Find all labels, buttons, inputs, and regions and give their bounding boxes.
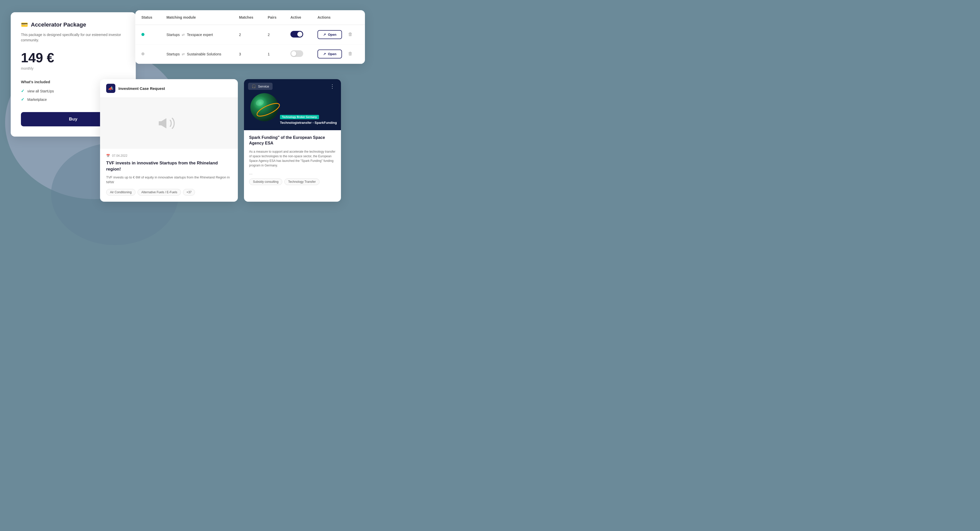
esa-overlay-title: Technologietransfer - SparkFunding [280, 121, 337, 125]
table-header: Status Matching module Matches Pairs Act… [135, 10, 365, 25]
col-matching-module: Matching module [160, 10, 233, 25]
row1-active[interactable] [284, 25, 311, 45]
open-button-row2[interactable]: ↗ Open [318, 49, 342, 59]
news-date: 📅 07.04.2022 [106, 154, 232, 158]
speaker-icon [158, 113, 180, 134]
calendar-icon: 📅 [106, 154, 110, 158]
toggle-knob-row2 [291, 51, 296, 56]
date-text: 07.04.2022 [112, 154, 127, 158]
news-card-right-content: Spark Funding" of the European Space Age… [244, 130, 341, 190]
news-card-image-area [100, 98, 238, 149]
price-display: 149 € [21, 50, 126, 65]
status-dot-inactive [142, 52, 145, 56]
col-actions: Actions [311, 10, 365, 25]
row1-matches: 2 [233, 25, 262, 45]
news-card-esa: 🎧 Service ⋮ [244, 79, 341, 202]
tag-air-conditioning[interactable]: Air Conditioning [106, 189, 135, 196]
module-to-row2: Sustainable Solutions [187, 52, 221, 56]
row2-matches: 3 [233, 45, 262, 64]
col-pairs: Pairs [262, 10, 284, 25]
module-to-row1: Texspace expert [187, 33, 213, 37]
tags-row-left: Air Conditioning Alternative Fuels / E-F… [106, 189, 232, 196]
row2-active[interactable] [284, 45, 311, 64]
table-body: Startups ⇄ Texspace expert 2 2 ↗ Open [135, 25, 365, 64]
esa-card-top-header: 🎧 Service ⋮ [244, 79, 341, 93]
news-body-left: TVF invests up to € 6M of equity in inno… [106, 175, 232, 185]
esa-ellipsis: ... [249, 171, 336, 175]
arrows-icon-row1: ⇄ [182, 33, 185, 37]
esa-news-body: As a measure to support and accelerate t… [249, 149, 336, 168]
matching-table: Status Matching module Matches Pairs Act… [135, 10, 365, 64]
status-dot-active [142, 33, 145, 36]
module-name-row2: Startups ⇄ Sustainable Solutions [166, 52, 227, 56]
module-from-row1: Startups [166, 33, 180, 37]
row1-module: Startups ⇄ Texspace expert [160, 25, 233, 45]
price-period: monthly [21, 66, 126, 70]
open-button-row1[interactable]: ↗ Open [318, 30, 342, 39]
matching-table-card: Status Matching module Matches Pairs Act… [135, 10, 365, 64]
news-title-left: TVF invests in innovative Startups from … [106, 160, 232, 172]
tag-technology-transfer[interactable]: Technology Transfer [284, 179, 320, 185]
row1-actions: ↗ Open 🗑 [311, 25, 365, 45]
card-subtitle: This package is designed specifically fo… [21, 32, 126, 43]
toggle-knob-row1 [298, 32, 302, 37]
megaphone-symbol: 📣 [108, 86, 113, 91]
esa-card-image-area: 🎧 Service ⋮ [244, 79, 341, 130]
row2-pairs: 1 [262, 45, 284, 64]
megaphone-icon: 📣 [106, 84, 115, 93]
row2-actions: ↗ Open 🗑 [311, 45, 365, 64]
open-icon-row1: ↗ [323, 33, 326, 37]
row1-status [135, 25, 160, 45]
news-section: 📣 Investment Case Request 📅 07.04.2022 T… [100, 79, 341, 202]
esa-news-title: Spark Funding" of the European Space Age… [249, 135, 336, 146]
news-card-header-left: 📣 Investment Case Request [100, 79, 238, 98]
module-from-row2: Startups [166, 52, 180, 56]
module-name-row1: Startups ⇄ Texspace expert [166, 33, 227, 37]
check-icon-startups: ✓ [21, 89, 24, 93]
delete-button-row2[interactable]: 🗑 [346, 50, 355, 57]
col-active: Active [284, 10, 311, 25]
row2-status [135, 45, 160, 64]
esa-broker-badge: Technology Broker Germany [280, 115, 319, 119]
table-row: Startups ⇄ Texspace expert 2 2 ↗ Open [135, 25, 365, 45]
col-matches: Matches [233, 10, 262, 25]
delete-button-row1[interactable]: 🗑 [346, 30, 355, 38]
row1-pairs: 2 [262, 25, 284, 45]
service-badge-text: Service [258, 85, 269, 88]
toggle-switch-row2[interactable] [290, 50, 303, 57]
more-options-button[interactable]: ⋮ [328, 82, 337, 90]
table-row: Startups ⇄ Sustainable Solutions 3 1 ↗ O… [135, 45, 365, 64]
esa-globe-svg [249, 92, 282, 125]
news-card-header-title-left: Investment Case Request [118, 86, 165, 91]
tag-count[interactable]: +37 [183, 189, 195, 196]
arrows-icon-row2: ⇄ [182, 52, 185, 56]
row2-module: Startups ⇄ Sustainable Solutions [160, 45, 233, 64]
esa-tags: Subsidy consulting Technology Transfer [249, 179, 336, 185]
tag-subsidy-consulting[interactable]: Subsidy consulting [249, 179, 282, 185]
news-card-content-left: 📅 07.04.2022 TVF invests in innovative S… [100, 149, 238, 202]
open-label-row1: Open [328, 33, 336, 37]
feature-label-startups: view all StartUps [27, 89, 54, 93]
open-label-row2: Open [328, 52, 336, 56]
open-icon-row2: ↗ [323, 52, 326, 56]
toggle-switch-row1[interactable] [290, 31, 303, 38]
tag-alternative-fuels[interactable]: Alternative Fuels / E-Fuels [138, 189, 181, 196]
credit-card-icon: 💳 [21, 21, 28, 28]
card-title: Accelerator Package [31, 21, 86, 28]
service-badge: 🎧 Service [248, 83, 272, 90]
news-card-investment: 📣 Investment Case Request 📅 07.04.2022 T… [100, 79, 238, 202]
esa-globe-visual [249, 92, 282, 125]
col-status: Status [135, 10, 160, 25]
feature-label-marketplace: Marketplace [27, 97, 47, 102]
headset-icon: 🎧 [251, 84, 256, 88]
check-icon-marketplace: ✓ [21, 97, 24, 102]
card-header: 💳 Accelerator Package [21, 21, 126, 28]
esa-text-overlay: Technology Broker Germany Technologietra… [280, 114, 337, 125]
